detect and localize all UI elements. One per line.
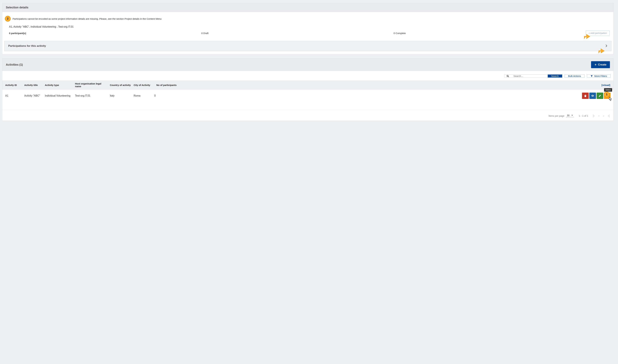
warning-text: Participations cannot be encoded as some… [13, 17, 162, 20]
table-footer: Items per page 30 1 - 1 of 1 |‹ ‹ › ›| [2, 110, 613, 121]
annotation-arrow-icon [583, 32, 591, 40]
items-per-page-value: 30 [566, 114, 574, 117]
plus-icon: + [594, 63, 596, 66]
col-activity-title: Activity title [23, 84, 44, 86]
participations-subsection[interactable]: Participations for this activity [4, 41, 611, 51]
activities-title: Activities (1) [6, 63, 23, 66]
cell-city: Roma [132, 94, 153, 97]
pagination-range: 1 - 1 of 1 [579, 115, 588, 117]
more-filters-button[interactable]: More Filters [587, 75, 611, 78]
cell-participants: 0 [153, 94, 180, 97]
delete-button[interactable] [582, 92, 589, 99]
cell-country: Italy [109, 94, 132, 97]
activities-toolbar: Search Bulk Actions More Filters [2, 71, 613, 80]
edit-button[interactable] [597, 92, 603, 99]
svg-marker-1 [599, 49, 604, 53]
page-prev-icon[interactable]: ‹ [598, 114, 599, 117]
complete-count: 0 Complete [394, 32, 586, 35]
svg-line-3 [508, 77, 509, 77]
selection-details-header: Selection details [2, 3, 613, 12]
create-button[interactable]: + Create [591, 61, 610, 68]
annotation-callout-1: 1 [604, 92, 610, 97]
chevron-right-icon [605, 44, 607, 48]
selection-details-title: Selection details [6, 6, 28, 9]
activities-panel: Activities (1) + Create Search Bulk Acti… [2, 58, 614, 121]
svg-point-4 [592, 95, 593, 96]
draft-count: 0 Draft [201, 32, 394, 35]
col-country: Country of activity [109, 84, 132, 86]
page-last-icon[interactable]: ›| [608, 114, 610, 117]
svg-point-2 [507, 75, 508, 77]
items-per-page-select[interactable]: 30 [566, 114, 574, 117]
page-next-icon[interactable]: › [603, 114, 604, 117]
reload-link[interactable]: [reload] [602, 84, 610, 86]
participants-count: 0 participant(s) [9, 32, 201, 35]
cell-activity-id: A1 [4, 94, 23, 97]
col-participants: No of participants [153, 84, 180, 86]
annotation-arrow-icon [597, 47, 605, 55]
page-first-icon[interactable]: |‹ [593, 114, 595, 117]
cell-activity-type: Individual Volunteering [44, 94, 74, 97]
pencil-icon [598, 94, 601, 97]
table-header-row: Activity ID Activity title Activity type… [2, 80, 613, 90]
tooltip-select: Select [604, 88, 612, 92]
activities-header: Activities (1) + Create [2, 58, 613, 71]
cell-host: Test-org.IT.01 [74, 94, 109, 97]
bulk-actions-button[interactable]: Bulk Actions [564, 75, 585, 78]
search-button[interactable]: Search [548, 75, 562, 78]
annotation-callout-2: 2 [5, 16, 11, 22]
selection-details-panel: Selection details 2 Participations canno… [2, 3, 614, 54]
more-filters-label: More Filters [594, 75, 607, 77]
filter-icon [591, 75, 593, 77]
cursor-pointer-icon [608, 97, 613, 103]
activity-summary-text: A1, Activity "ABC", Individual Volunteer… [9, 25, 610, 28]
col-host: Host organisation legal name [74, 82, 109, 88]
search-input[interactable] [511, 75, 548, 78]
search-icon [504, 75, 511, 78]
col-city: City of Activity [132, 84, 153, 86]
cell-activity-title: Activity "ABC" [23, 94, 44, 97]
eye-icon [591, 94, 594, 97]
create-button-label: Create [598, 63, 606, 66]
view-button[interactable] [589, 92, 596, 99]
table-row: A1 Activity "ABC" Individual Volunteerin… [2, 90, 613, 102]
trash-icon [584, 94, 587, 97]
col-activity-id: Activity ID [4, 84, 23, 86]
activities-table: Activity ID Activity title Activity type… [2, 80, 613, 102]
participations-subsection-title: Participations for this activity [8, 44, 46, 48]
svg-marker-0 [584, 34, 590, 39]
items-per-page-label: Items per page [549, 115, 564, 117]
col-activity-type: Activity type [44, 84, 74, 86]
